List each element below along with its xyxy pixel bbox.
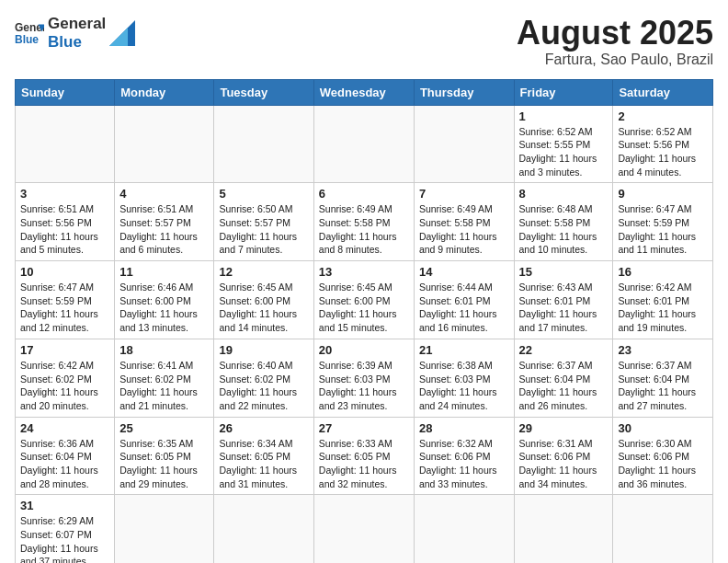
weekday-header-sunday: Sunday: [16, 79, 115, 105]
calendar-cell: 27Sunrise: 6:33 AM Sunset: 6:05 PM Dayli…: [313, 417, 414, 495]
weekday-header-tuesday: Tuesday: [214, 79, 313, 105]
day-number: 18: [119, 343, 209, 357]
calendar-cell: 5Sunrise: 6:50 AM Sunset: 5:57 PM Daylig…: [214, 183, 313, 261]
day-info: Sunrise: 6:41 AM Sunset: 6:02 PM Dayligh…: [119, 359, 209, 413]
day-number: 26: [219, 421, 308, 435]
calendar-cell: 2Sunrise: 6:52 AM Sunset: 5:56 PM Daylig…: [613, 105, 713, 183]
logo-triangle-icon: [109, 20, 135, 46]
calendar-cell: 30Sunrise: 6:30 AM Sunset: 6:06 PM Dayli…: [613, 417, 713, 495]
day-info: Sunrise: 6:30 AM Sunset: 6:06 PM Dayligh…: [618, 437, 708, 491]
calendar-cell: 6Sunrise: 6:49 AM Sunset: 5:58 PM Daylig…: [313, 183, 414, 261]
calendar-cell: 8Sunrise: 6:48 AM Sunset: 5:58 PM Daylig…: [514, 183, 613, 261]
day-number: 16: [618, 265, 708, 279]
calendar-week-row: 24Sunrise: 6:36 AM Sunset: 6:04 PM Dayli…: [16, 417, 713, 495]
day-info: Sunrise: 6:37 AM Sunset: 6:04 PM Dayligh…: [618, 359, 708, 413]
day-number: 20: [319, 343, 409, 357]
calendar-week-row: 17Sunrise: 6:42 AM Sunset: 6:02 PM Dayli…: [16, 339, 713, 417]
weekday-header-monday: Monday: [115, 79, 214, 105]
svg-text:Blue: Blue: [15, 34, 39, 47]
day-number: 12: [219, 265, 308, 279]
day-number: 10: [20, 265, 109, 279]
calendar-week-row: 3Sunrise: 6:51 AM Sunset: 5:56 PM Daylig…: [16, 183, 713, 261]
day-info: Sunrise: 6:44 AM Sunset: 6:01 PM Dayligh…: [419, 281, 509, 335]
calendar-week-row: 31Sunrise: 6:29 AM Sunset: 6:07 PM Dayli…: [16, 495, 713, 563]
day-number: 28: [419, 421, 509, 435]
day-number: 30: [618, 421, 708, 435]
day-number: 8: [519, 187, 609, 201]
day-number: 19: [219, 343, 308, 357]
day-info: Sunrise: 6:40 AM Sunset: 6:02 PM Dayligh…: [219, 359, 308, 413]
calendar-table: SundayMondayTuesdayWednesdayThursdayFrid…: [15, 79, 713, 563]
day-number: 15: [519, 265, 609, 279]
calendar-cell: 31Sunrise: 6:29 AM Sunset: 6:07 PM Dayli…: [16, 495, 115, 563]
day-number: 31: [20, 499, 109, 512]
day-info: Sunrise: 6:33 AM Sunset: 6:05 PM Dayligh…: [319, 437, 409, 491]
calendar-week-row: 1Sunrise: 6:52 AM Sunset: 5:55 PM Daylig…: [16, 105, 713, 183]
calendar-cell: 4Sunrise: 6:51 AM Sunset: 5:57 PM Daylig…: [115, 183, 214, 261]
day-number: 6: [319, 187, 409, 201]
calendar-cell: [115, 105, 214, 183]
calendar-cell: [414, 105, 514, 183]
day-info: Sunrise: 6:49 AM Sunset: 5:58 PM Dayligh…: [319, 202, 409, 257]
calendar-cell: 10Sunrise: 6:47 AM Sunset: 5:59 PM Dayli…: [16, 261, 115, 339]
calendar-cell: 11Sunrise: 6:46 AM Sunset: 6:00 PM Dayli…: [115, 261, 214, 339]
calendar-cell: 17Sunrise: 6:42 AM Sunset: 6:02 PM Dayli…: [16, 339, 115, 417]
calendar-cell: 28Sunrise: 6:32 AM Sunset: 6:06 PM Dayli…: [414, 417, 514, 495]
day-number: 23: [618, 343, 708, 357]
day-info: Sunrise: 6:36 AM Sunset: 6:04 PM Dayligh…: [20, 437, 109, 491]
calendar-cell: 7Sunrise: 6:49 AM Sunset: 5:58 PM Daylig…: [414, 183, 514, 261]
logo-icon: General Blue: [15, 18, 44, 48]
calendar-cell: 26Sunrise: 6:34 AM Sunset: 6:05 PM Dayli…: [214, 417, 313, 495]
calendar-cell: 12Sunrise: 6:45 AM Sunset: 6:00 PM Dayli…: [214, 261, 313, 339]
weekday-header-friday: Friday: [514, 79, 613, 105]
calendar-cell: [414, 495, 514, 563]
weekday-header-wednesday: Wednesday: [313, 79, 414, 105]
title-block: August 2025 Fartura, Sao Paulo, Brazil: [517, 15, 713, 68]
calendar-cell: 29Sunrise: 6:31 AM Sunset: 6:06 PM Dayli…: [514, 417, 613, 495]
calendar-cell: 23Sunrise: 6:37 AM Sunset: 6:04 PM Dayli…: [613, 339, 713, 417]
calendar-cell: 19Sunrise: 6:40 AM Sunset: 6:02 PM Dayli…: [214, 339, 313, 417]
calendar-cell: 21Sunrise: 6:38 AM Sunset: 6:03 PM Dayli…: [414, 339, 514, 417]
calendar-cell: 13Sunrise: 6:45 AM Sunset: 6:00 PM Dayli…: [313, 261, 414, 339]
calendar-cell: 15Sunrise: 6:43 AM Sunset: 6:01 PM Dayli…: [514, 261, 613, 339]
day-number: 14: [419, 265, 509, 279]
calendar-title: August 2025: [517, 15, 713, 52]
day-number: 25: [119, 421, 209, 435]
day-info: Sunrise: 6:52 AM Sunset: 5:55 PM Dayligh…: [519, 125, 609, 179]
calendar-cell: 24Sunrise: 6:36 AM Sunset: 6:04 PM Dayli…: [16, 417, 115, 495]
logo: General Blue General Blue: [15, 15, 135, 52]
day-number: 9: [618, 187, 708, 201]
svg-marker-4: [109, 28, 128, 46]
calendar-cell: 16Sunrise: 6:42 AM Sunset: 6:01 PM Dayli…: [613, 261, 713, 339]
calendar-subtitle: Fartura, Sao Paulo, Brazil: [517, 52, 713, 68]
day-info: Sunrise: 6:31 AM Sunset: 6:06 PM Dayligh…: [519, 437, 609, 491]
day-number: 27: [319, 421, 409, 435]
weekday-header-row: SundayMondayTuesdayWednesdayThursdayFrid…: [16, 79, 713, 105]
day-info: Sunrise: 6:45 AM Sunset: 6:00 PM Dayligh…: [219, 281, 308, 335]
day-number: 2: [618, 109, 708, 123]
day-info: Sunrise: 6:45 AM Sunset: 6:00 PM Dayligh…: [319, 281, 409, 335]
calendar-cell: [16, 105, 115, 183]
logo-general-text: General: [48, 15, 106, 33]
calendar-cell: [514, 495, 613, 563]
day-info: Sunrise: 6:46 AM Sunset: 6:00 PM Dayligh…: [119, 281, 209, 335]
day-info: Sunrise: 6:37 AM Sunset: 6:04 PM Dayligh…: [519, 359, 609, 413]
calendar-week-row: 10Sunrise: 6:47 AM Sunset: 5:59 PM Dayli…: [16, 261, 713, 339]
calendar-cell: 22Sunrise: 6:37 AM Sunset: 6:04 PM Dayli…: [514, 339, 613, 417]
day-info: Sunrise: 6:51 AM Sunset: 5:57 PM Dayligh…: [119, 202, 209, 257]
day-info: Sunrise: 6:48 AM Sunset: 5:58 PM Dayligh…: [519, 202, 609, 257]
weekday-header-thursday: Thursday: [414, 79, 514, 105]
day-number: 22: [519, 343, 609, 357]
svg-text:General: General: [15, 22, 44, 35]
day-info: Sunrise: 6:32 AM Sunset: 6:06 PM Dayligh…: [419, 437, 509, 491]
day-info: Sunrise: 6:29 AM Sunset: 6:07 PM Dayligh…: [20, 514, 109, 563]
day-number: 21: [419, 343, 509, 357]
day-number: 11: [119, 265, 209, 279]
calendar-cell: 20Sunrise: 6:39 AM Sunset: 6:03 PM Dayli…: [313, 339, 414, 417]
calendar-cell: 3Sunrise: 6:51 AM Sunset: 5:56 PM Daylig…: [16, 183, 115, 261]
calendar-cell: [313, 105, 414, 183]
day-number: 29: [519, 421, 609, 435]
day-number: 1: [519, 109, 609, 123]
calendar-cell: [613, 495, 713, 563]
day-info: Sunrise: 6:49 AM Sunset: 5:58 PM Dayligh…: [419, 202, 509, 257]
